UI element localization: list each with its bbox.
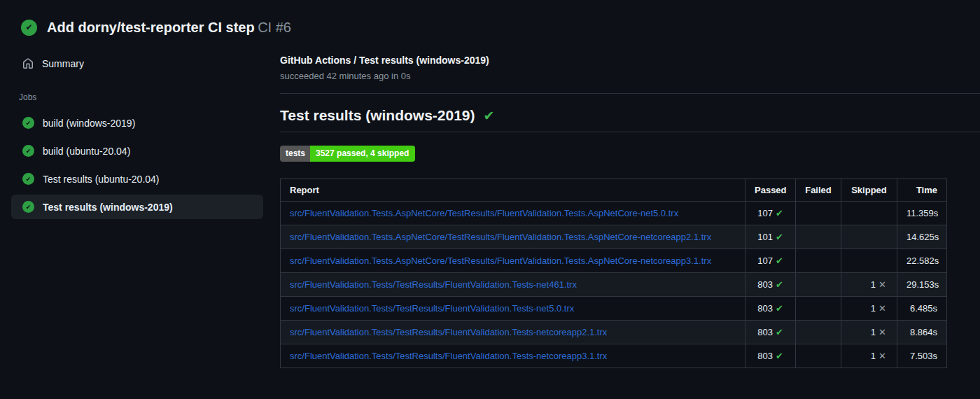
report-link[interactable]: src/FluentValidation.Tests/TestResults/F… [290,351,607,361]
sidebar: Summary Jobs ✔ build (windows-2019) ✔ bu… [0,53,280,368]
divider [280,132,980,132]
column-header-failed: Failed [796,179,841,202]
time-cell: 29.153s [897,273,947,297]
table-row: src/FluentValidation.Tests/TestResults/F… [281,321,947,344]
time-cell: 8.864s [897,321,947,344]
check-icon: ✔ [776,232,783,242]
report-link[interactable]: src/FluentValidation.Tests/TestResults/F… [290,327,607,337]
job-success-icon: ✔ [22,173,34,185]
cross-icon: ✕ [878,327,886,337]
report-link[interactable]: src/FluentValidation.Tests.AspNetCore/Te… [290,255,711,266]
run-success-icon: ✔ [21,20,37,36]
job-success-icon: ✔ [22,117,34,129]
job-label: Test results (ubuntu-20.04) [43,174,160,185]
sidebar-summary-label: Summary [42,58,84,69]
table-row: src/FluentValidation.Tests/TestResults/F… [281,344,947,368]
report-table: Report Passed Failed Skipped Time src/Fl… [280,178,947,368]
table-row: src/FluentValidation.Tests/TestResults/F… [281,273,947,297]
time-cell: 14.625s [897,225,947,249]
table-row: src/FluentValidation.Tests.AspNetCore/Te… [281,249,947,273]
home-icon [22,58,34,69]
run-header: ✔ Add dorny/test-reporter CI step CI #6 [0,0,980,38]
check-icon: ✔ [776,208,783,218]
table-row: src/FluentValidation.Tests/TestResults/F… [281,297,947,321]
cross-icon: ✕ [878,303,886,314]
divider [280,93,980,94]
check-icon: ✔ [776,255,783,266]
job-label: build (ubuntu-20.04) [43,146,130,157]
tests-badge-value: 3527 passed, 4 skipped [310,146,415,162]
check-run-title: GitHub Actions / Test results (windows-2… [280,53,980,67]
check-icon: ✔ [776,351,783,361]
report-table-body: src/FluentValidation.Tests.AspNetCore/Te… [281,202,947,368]
column-header-time: Time [897,179,947,202]
sidebar-job-item[interactable]: ✔ build (windows-2019) [11,111,263,135]
sidebar-job-item[interactable]: ✔ build (ubuntu-20.04) [11,139,263,163]
jobs-section-label: Jobs [19,92,263,102]
job-label: build (windows-2019) [43,118,135,129]
sidebar-job-item[interactable]: ✔ Test results (ubuntu-20.04) [11,167,263,191]
report-link[interactable]: src/FluentValidation.Tests.AspNetCore/Te… [290,232,711,242]
column-header-report: Report [281,179,746,202]
job-label: Test results (windows-2019) [43,202,173,213]
time-cell: 6.485s [897,297,947,321]
tests-badge[interactable]: tests 3527 passed, 4 skipped [280,146,415,162]
run-title: Add dorny/test-reporter CI step [47,20,255,35]
section-check-icon: ✔ [484,108,495,124]
job-success-icon: ✔ [22,145,34,157]
sidebar-item-summary[interactable]: Summary [11,53,263,74]
main-content: GitHub Actions / Test results (windows-2… [280,53,980,368]
time-cell: 11.359s [897,202,947,225]
table-header-row: Report Passed Failed Skipped Time [281,179,947,202]
report-link[interactable]: src/FluentValidation.Tests.AspNetCore/Te… [290,208,678,218]
job-success-icon: ✔ [22,201,34,213]
time-cell: 7.503s [897,344,947,368]
cross-icon: ✕ [878,279,886,290]
table-row: src/FluentValidation.Tests.AspNetCore/Te… [281,225,947,249]
check-icon: ✔ [776,327,783,337]
section-title: Test results (windows-2019) [280,107,475,124]
report-link[interactable]: src/FluentValidation.Tests/TestResults/F… [290,279,577,290]
run-number: CI #6 [258,20,291,35]
report-link[interactable]: src/FluentValidation.Tests/TestResults/F… [290,303,574,314]
cross-icon: ✕ [878,351,886,361]
check-icon: ✔ [776,279,783,290]
jobs-list: ✔ build (windows-2019) ✔ build (ubuntu-2… [11,111,263,219]
table-row: src/FluentValidation.Tests.AspNetCore/Te… [281,202,947,225]
sidebar-job-item[interactable]: ✔ Test results (windows-2019) [11,195,263,219]
time-cell: 22.582s [897,249,947,273]
column-header-skipped: Skipped [841,179,897,202]
tests-badge-label: tests [280,146,310,162]
column-header-passed: Passed [746,179,796,202]
check-icon: ✔ [776,303,783,314]
check-run-status: succeeded 42 minutes ago in 0s [280,71,980,81]
